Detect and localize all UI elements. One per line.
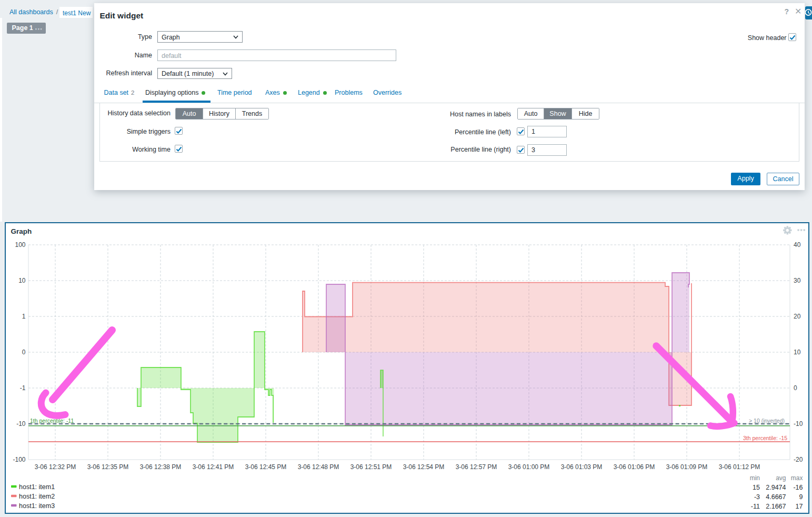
- svg-text:3-06 12:32 PM: 3-06 12:32 PM: [35, 463, 76, 471]
- svg-text:1: 1: [22, 313, 26, 320]
- svg-text:3-06 01:03 PM: 3-06 01:03 PM: [561, 463, 603, 471]
- svg-text:> 10 (inverted): > 10 (inverted): [749, 417, 785, 424]
- svg-text:0: 0: [794, 384, 797, 392]
- svg-text:max: max: [791, 474, 803, 482]
- svg-text:3th percentile: -15: 3th percentile: -15: [743, 435, 787, 441]
- svg-text:-3: -3: [754, 493, 760, 501]
- svg-text:3-06 12:48 PM: 3-06 12:48 PM: [298, 463, 339, 471]
- svg-text:3-06 12:38 PM: 3-06 12:38 PM: [140, 463, 182, 471]
- svg-text:-11: -11: [751, 503, 760, 510]
- svg-text:-20: -20: [794, 456, 803, 463]
- svg-text:15: 15: [753, 484, 760, 491]
- svg-text:3-06 01:06 PM: 3-06 01:06 PM: [614, 463, 655, 471]
- svg-text:3-06 12:41 PM: 3-06 12:41 PM: [193, 463, 234, 471]
- svg-text:10: 10: [794, 349, 801, 356]
- svg-text:3-06 12:35 PM: 3-06 12:35 PM: [87, 463, 129, 471]
- svg-text:-16: -16: [793, 484, 803, 491]
- svg-text:9: 9: [799, 493, 803, 501]
- svg-text:40: 40: [794, 241, 801, 248]
- svg-text:-10: -10: [794, 420, 803, 427]
- svg-text:3-06 01:00 PM: 3-06 01:00 PM: [508, 463, 550, 471]
- svg-text:3-06 01:09 PM: 3-06 01:09 PM: [666, 463, 708, 471]
- svg-text:host1: item2: host1: item2: [19, 493, 55, 500]
- svg-text:-10: -10: [16, 420, 26, 427]
- svg-text:30: 30: [794, 277, 801, 284]
- svg-text:-1: -1: [20, 384, 26, 392]
- svg-text:min: min: [750, 474, 760, 482]
- svg-text:4.6667: 4.6667: [766, 493, 786, 501]
- svg-text:3-06 12:57 PM: 3-06 12:57 PM: [456, 463, 497, 471]
- svg-text:3-06 01:12 PM: 3-06 01:12 PM: [719, 463, 760, 471]
- svg-text:avg: avg: [776, 474, 786, 482]
- svg-text:0: 0: [22, 349, 26, 356]
- svg-text:3-06 12:51 PM: 3-06 12:51 PM: [350, 463, 392, 471]
- svg-text:100: 100: [15, 241, 25, 248]
- svg-text:2.1667: 2.1667: [766, 503, 786, 510]
- svg-text:20: 20: [794, 313, 801, 320]
- svg-text:10: 10: [18, 277, 26, 284]
- svg-text:host1: item1: host1: item1: [19, 483, 55, 491]
- svg-text:2.9474: 2.9474: [766, 484, 786, 491]
- svg-text:-100: -100: [13, 456, 25, 463]
- svg-text:host1: item3: host1: item3: [19, 502, 55, 510]
- svg-text:3-06 12:54 PM: 3-06 12:54 PM: [403, 463, 445, 471]
- svg-text:3-06 12:45 PM: 3-06 12:45 PM: [245, 463, 287, 471]
- svg-text:17: 17: [796, 503, 803, 510]
